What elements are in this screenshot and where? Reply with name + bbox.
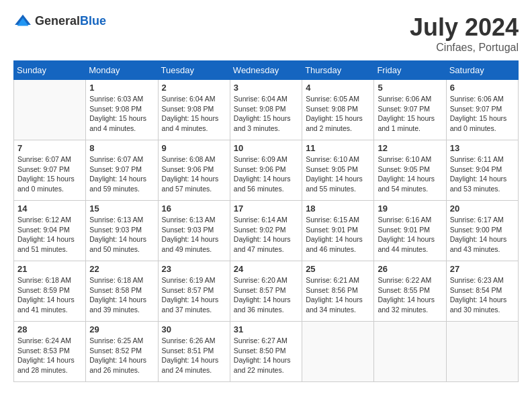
weekday-row: SundayMondayTuesdayWednesdayThursdayFrid… (14, 61, 519, 80)
week-row-3: 14Sunrise: 6:12 AMSunset: 9:04 PMDayligh… (14, 201, 519, 261)
day-number: 31 (234, 324, 298, 334)
day-info: Sunrise: 6:07 AMSunset: 9:07 PMDaylight:… (89, 154, 154, 194)
day-info: Sunrise: 6:07 AMSunset: 9:07 PMDaylight:… (17, 154, 82, 194)
day-number: 9 (162, 143, 226, 153)
weekday-header-friday: Friday (374, 61, 446, 80)
day-number: 11 (306, 143, 370, 153)
calendar-cell: 17Sunrise: 6:14 AMSunset: 9:02 PMDayligh… (230, 201, 302, 261)
day-info: Sunrise: 6:10 AMSunset: 9:05 PMDaylight:… (306, 154, 370, 194)
day-number: 25 (306, 264, 370, 274)
day-number: 6 (450, 83, 515, 93)
day-number: 24 (234, 264, 298, 274)
calendar-cell: 15Sunrise: 6:13 AMSunset: 9:03 PMDayligh… (86, 201, 158, 261)
day-number: 13 (450, 143, 515, 153)
day-info: Sunrise: 6:19 AMSunset: 8:57 PMDaylight:… (162, 275, 226, 315)
day-info: Sunrise: 6:04 AMSunset: 9:08 PMDaylight:… (162, 94, 226, 134)
day-number: 4 (306, 83, 370, 93)
day-info: Sunrise: 6:27 AMSunset: 8:50 PMDaylight:… (234, 336, 298, 375)
calendar-table: SundayMondayTuesdayWednesdayThursdayFrid… (13, 60, 519, 382)
day-number: 19 (378, 203, 442, 214)
location-title: Cinfaes, Portugal (410, 42, 519, 54)
page-header: GeneralBlue July 2024 Cinfaes, Portugal (13, 13, 519, 54)
day-info: Sunrise: 6:17 AMSunset: 9:00 PMDaylight:… (450, 215, 515, 255)
calendar-cell: 12Sunrise: 6:10 AMSunset: 9:05 PMDayligh… (374, 140, 446, 201)
day-number: 10 (234, 143, 298, 153)
calendar-cell: 23Sunrise: 6:19 AMSunset: 8:57 PMDayligh… (158, 261, 230, 322)
day-number: 12 (378, 143, 442, 153)
day-info: Sunrise: 6:26 AMSunset: 8:51 PMDaylight:… (162, 336, 226, 375)
day-number: 22 (89, 264, 154, 274)
calendar-body: 1Sunrise: 6:03 AMSunset: 9:08 PMDaylight… (14, 80, 519, 382)
day-info: Sunrise: 6:03 AMSunset: 9:08 PMDaylight:… (89, 94, 154, 134)
day-info: Sunrise: 6:05 AMSunset: 9:08 PMDaylight:… (306, 94, 370, 134)
day-info: Sunrise: 6:13 AMSunset: 9:03 PMDaylight:… (89, 215, 154, 255)
calendar-cell: 11Sunrise: 6:10 AMSunset: 9:05 PMDayligh… (302, 140, 374, 201)
calendar-cell: 4Sunrise: 6:05 AMSunset: 9:08 PMDaylight… (302, 80, 374, 140)
weekday-header-tuesday: Tuesday (158, 61, 230, 80)
logo-icon (13, 13, 32, 28)
calendar-cell: 20Sunrise: 6:17 AMSunset: 9:00 PMDayligh… (446, 201, 518, 261)
day-info: Sunrise: 6:23 AMSunset: 8:54 PMDaylight:… (450, 275, 515, 315)
day-number: 18 (306, 203, 370, 214)
day-number: 1 (89, 83, 154, 93)
day-number: 7 (17, 143, 82, 153)
day-number: 3 (234, 83, 298, 93)
calendar-cell: 30Sunrise: 6:26 AMSunset: 8:51 PMDayligh… (158, 322, 230, 382)
calendar-cell: 14Sunrise: 6:12 AMSunset: 9:04 PMDayligh… (14, 201, 86, 261)
calendar-cell: 29Sunrise: 6:25 AMSunset: 8:52 PMDayligh… (86, 322, 158, 382)
weekday-header-saturday: Saturday (446, 61, 518, 80)
calendar-cell: 7Sunrise: 6:07 AMSunset: 9:07 PMDaylight… (14, 140, 86, 201)
calendar-cell: 19Sunrise: 6:16 AMSunset: 9:01 PMDayligh… (374, 201, 446, 261)
day-number: 5 (378, 83, 442, 93)
week-row-1: 1Sunrise: 6:03 AMSunset: 9:08 PMDaylight… (14, 80, 519, 140)
day-number: 27 (450, 264, 515, 274)
day-info: Sunrise: 6:15 AMSunset: 9:01 PMDaylight:… (306, 215, 370, 255)
day-number: 15 (89, 203, 154, 214)
calendar-cell: 2Sunrise: 6:04 AMSunset: 9:08 PMDaylight… (158, 80, 230, 140)
logo-blue: Blue (80, 14, 106, 28)
calendar-cell: 10Sunrise: 6:09 AMSunset: 9:06 PMDayligh… (230, 140, 302, 201)
calendar-cell: 5Sunrise: 6:06 AMSunset: 9:07 PMDaylight… (374, 80, 446, 140)
week-row-4: 21Sunrise: 6:18 AMSunset: 8:59 PMDayligh… (14, 261, 519, 322)
day-number: 20 (450, 203, 515, 214)
calendar-cell: 25Sunrise: 6:21 AMSunset: 8:56 PMDayligh… (302, 261, 374, 322)
day-number: 2 (162, 83, 226, 93)
calendar-cell: 24Sunrise: 6:20 AMSunset: 8:57 PMDayligh… (230, 261, 302, 322)
calendar-cell: 28Sunrise: 6:24 AMSunset: 8:53 PMDayligh… (14, 322, 86, 382)
day-info: Sunrise: 6:24 AMSunset: 8:53 PMDaylight:… (17, 336, 82, 375)
calendar-cell: 6Sunrise: 6:06 AMSunset: 9:07 PMDaylight… (446, 80, 518, 140)
calendar-cell: 27Sunrise: 6:23 AMSunset: 8:54 PMDayligh… (446, 261, 518, 322)
day-info: Sunrise: 6:20 AMSunset: 8:57 PMDaylight:… (234, 275, 298, 315)
logo-text: GeneralBlue (35, 14, 106, 28)
day-info: Sunrise: 6:12 AMSunset: 9:04 PMDaylight:… (17, 215, 82, 255)
week-row-5: 28Sunrise: 6:24 AMSunset: 8:53 PMDayligh… (14, 322, 519, 382)
day-info: Sunrise: 6:14 AMSunset: 9:02 PMDaylight:… (234, 215, 298, 255)
calendar-cell: 21Sunrise: 6:18 AMSunset: 8:59 PMDayligh… (14, 261, 86, 322)
logo: GeneralBlue (13, 13, 106, 28)
calendar-cell (14, 80, 86, 140)
day-number: 26 (378, 264, 442, 274)
day-number: 21 (17, 264, 82, 274)
day-info: Sunrise: 6:25 AMSunset: 8:52 PMDaylight:… (89, 336, 154, 375)
weekday-header-wednesday: Wednesday (230, 61, 302, 80)
weekday-header-sunday: Sunday (14, 61, 86, 80)
calendar-cell: 8Sunrise: 6:07 AMSunset: 9:07 PMDaylight… (86, 140, 158, 201)
title-block: July 2024 Cinfaes, Portugal (410, 13, 519, 54)
day-info: Sunrise: 6:09 AMSunset: 9:06 PMDaylight:… (234, 154, 298, 194)
day-number: 17 (234, 203, 298, 214)
day-info: Sunrise: 6:06 AMSunset: 9:07 PMDaylight:… (450, 94, 515, 134)
day-number: 28 (17, 324, 82, 334)
day-info: Sunrise: 6:06 AMSunset: 9:07 PMDaylight:… (378, 94, 442, 134)
day-info: Sunrise: 6:04 AMSunset: 9:08 PMDaylight:… (234, 94, 298, 134)
logo-general: General (35, 14, 80, 28)
day-number: 14 (17, 203, 82, 214)
weekday-header-thursday: Thursday (302, 61, 374, 80)
day-number: 23 (162, 264, 226, 274)
day-info: Sunrise: 6:22 AMSunset: 8:55 PMDaylight:… (378, 275, 442, 315)
calendar-cell: 26Sunrise: 6:22 AMSunset: 8:55 PMDayligh… (374, 261, 446, 322)
calendar-cell: 9Sunrise: 6:08 AMSunset: 9:06 PMDaylight… (158, 140, 230, 201)
day-number: 16 (162, 203, 226, 214)
calendar-cell: 16Sunrise: 6:13 AMSunset: 9:03 PMDayligh… (158, 201, 230, 261)
day-info: Sunrise: 6:16 AMSunset: 9:01 PMDaylight:… (378, 215, 442, 255)
calendar-cell (302, 322, 374, 382)
